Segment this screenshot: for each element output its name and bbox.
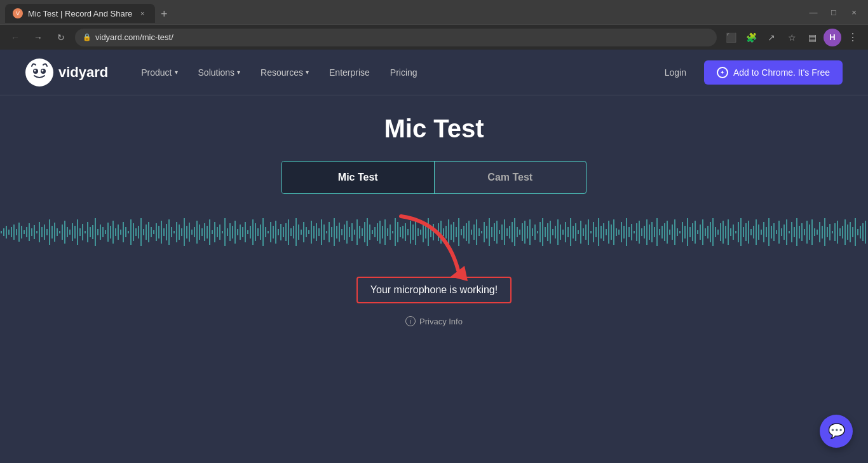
logo-text: vidyard [58, 64, 108, 81]
chrome-icon: ✦ [717, 67, 728, 78]
tab-close-btn[interactable]: × [137, 8, 147, 18]
tab-bar: V Mic Test | Record And Share × + [5, 1, 173, 23]
chevron-down-icon: ▾ [306, 69, 309, 76]
website: vidyard Product ▾ Solutions ▾ Resources … [0, 50, 868, 463]
lock-icon: 🔒 [83, 33, 92, 41]
menu-btn[interactable]: ⋮ [844, 29, 862, 46]
add-chrome-btn[interactable]: ✦ Add to Chrome. It's Free [704, 60, 843, 85]
extensions-icon[interactable]: 🧩 [742, 29, 760, 46]
cast-icon[interactable]: ⬛ [722, 29, 740, 46]
tab-cam-test[interactable]: Cam Test [434, 162, 587, 193]
minimize-btn[interactable]: — [804, 3, 822, 21]
page-title: Mic Test [384, 114, 484, 143]
chevron-down-icon: ▾ [237, 69, 240, 76]
mic-working-message: Your microphone is working! [356, 277, 512, 303]
chat-bubble[interactable]: 💬 [820, 415, 853, 448]
nav-item-pricing[interactable]: Pricing [383, 62, 425, 83]
nav-item-resources[interactable]: Resources ▾ [253, 62, 316, 83]
svg-point-3 [34, 69, 36, 71]
main-content: Mic Test Mic Test Cam Test // This will … [0, 95, 868, 463]
logo[interactable]: vidyard [25, 59, 108, 86]
svg-point-0 [25, 59, 53, 86]
browser-titlebar: V Mic Test | Record And Share × + — □ × [0, 0, 868, 24]
maximize-btn[interactable]: □ [825, 3, 843, 21]
close-btn[interactable]: × [845, 3, 863, 21]
logo-icon [25, 59, 53, 86]
share-icon[interactable]: ↗ [763, 29, 780, 46]
nav-item-product[interactable]: Product ▾ [133, 62, 185, 83]
address-bar[interactable]: 🔒 vidyard.com/mic-test/ [75, 29, 717, 46]
window-controls: — □ × [804, 3, 863, 21]
tab-favicon: V [13, 8, 23, 18]
star-icon[interactable]: ☆ [783, 29, 801, 46]
toolbar-icons: ⬛ 🧩 ↗ ☆ ▤ H ⋮ [722, 29, 862, 46]
browser-toolbar: ← → ↻ 🔒 vidyard.com/mic-test/ ⬛ 🧩 ↗ ☆ ▤ … [0, 24, 868, 50]
login-btn[interactable]: Login [657, 62, 694, 83]
tab-title: Mic Test | Record And Share [28, 9, 132, 18]
tab-mic-test[interactable]: Mic Test [282, 162, 434, 193]
back-btn[interactable]: ← [6, 29, 24, 46]
forward-btn[interactable]: → [29, 29, 47, 46]
status-area: Your microphone is working! [356, 277, 512, 303]
profile-btn[interactable]: H [824, 29, 841, 46]
info-icon: i [405, 316, 416, 326]
nav-item-enterprise[interactable]: Enterprise [322, 62, 377, 83]
nav-item-solutions[interactable]: Solutions ▾ [191, 62, 248, 83]
url-text: vidyard.com/mic-test/ [95, 32, 709, 42]
privacy-info[interactable]: i Privacy Info [405, 316, 463, 326]
red-arrow [395, 210, 477, 286]
svg-point-4 [42, 69, 44, 71]
navbar: vidyard Product ▾ Solutions ▾ Resources … [0, 50, 868, 95]
tabs-container: Mic Test Cam Test [281, 161, 587, 194]
browser-chrome: V Mic Test | Record And Share × + — □ × … [0, 0, 868, 50]
active-tab[interactable]: V Mic Test | Record And Share × [5, 4, 155, 23]
new-tab-btn[interactable]: + [155, 5, 173, 23]
chat-icon: 💬 [828, 423, 845, 439]
nav-right: Login ✦ Add to Chrome. It's Free [657, 60, 843, 85]
chevron-down-icon: ▾ [175, 69, 178, 76]
sidebar-icon[interactable]: ▤ [803, 29, 821, 46]
reload-btn[interactable]: ↻ [52, 29, 70, 46]
nav-links: Product ▾ Solutions ▾ Resources ▾ Enterp… [133, 62, 656, 83]
